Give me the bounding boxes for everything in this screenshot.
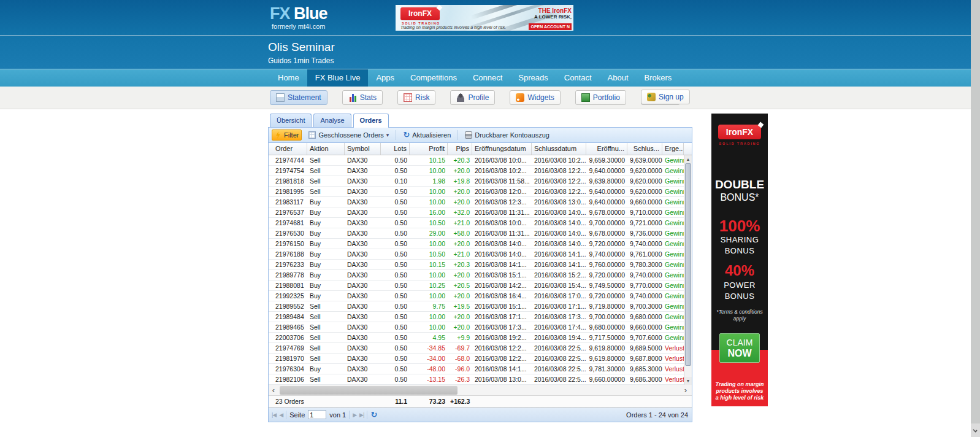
table-row[interactable]: 21981995SellDAX300.5010.00+20.02016/03/0… [269, 187, 684, 197]
cell-erge: Gewinn [662, 260, 684, 269]
scroll-up-icon[interactable]: ▲ [684, 155, 692, 163]
profile-button[interactable]: Profile [450, 90, 495, 105]
printable-statement-button[interactable]: Druckbarer Kontoauszug [462, 130, 553, 141]
cell-erge: Gewinn [662, 187, 684, 196]
cell-eröffnungsdatum: 2016/03/08 10:2... [472, 166, 532, 176]
cell-eröffnu: 9,781.30000 [586, 364, 627, 374]
column-header-order[interactable]: Order [269, 143, 307, 155]
last-page-button[interactable]: ▶| [359, 412, 364, 418]
orders-grid: OrderAktionSymbolLotsProfitPipsEröffnung… [268, 143, 692, 422]
table-row[interactable]: 22003706SellDAX300.504.95+9.92016/03/08 … [269, 333, 684, 343]
cell-aktion: Buy [307, 280, 345, 290]
first-page-button[interactable]: |◀ [272, 412, 276, 418]
main-nav-bar: HomeFX Blue LiveAppsCompetitionsConnectS… [0, 69, 971, 87]
tab-analyse[interactable]: Analyse [313, 114, 351, 127]
account-title: Olis Seminar [268, 36, 771, 54]
browser-scroll-down-button[interactable] [971, 423, 980, 437]
table-row[interactable]: 21982106SellDAX300.50-13.15-26.32016/03/… [269, 374, 684, 385]
refresh-button[interactable]: ↻ Aktualisieren [400, 130, 454, 141]
ironfx-logo: IronFX [400, 7, 440, 20]
column-header-eröffnu[interactable]: Eröffnu... [586, 143, 627, 155]
cell-schlussdatum: 2016/03/08 15:2... [532, 270, 586, 280]
cell-schlussdatum: 2016/03/08 14:0... [532, 239, 586, 249]
nav-item-fx-blue-live[interactable]: FX Blue Live [307, 69, 369, 87]
column-header-symbol[interactable]: Symbol [345, 143, 381, 155]
statement-tabs: ÜbersichtAnalyseOrders [268, 114, 692, 127]
column-header-schlussdatum[interactable]: Schlussdatum [532, 143, 586, 155]
table-row[interactable]: 21989778BuyDAX300.5010.00+20.02016/03/08… [269, 270, 684, 280]
table-row[interactable]: 21989552SellDAX300.509.75+19.52016/03/08… [269, 301, 684, 312]
nav-item-apps[interactable]: Apps [368, 69, 402, 87]
cell-schlus: 9,780.30000 [627, 260, 662, 269]
paging-refresh-icon[interactable]: ↻ [370, 411, 377, 419]
table-row[interactable]: 21983117BuyDAX300.5010.00+20.02016/03/08… [269, 197, 684, 207]
cell-profit: 10.00 [410, 166, 448, 176]
ironfx-banner-ad[interactable]: IronFX SOLID TRADING Trading on margin p… [396, 5, 573, 31]
column-header-profit[interactable]: Profit [410, 143, 448, 155]
prev-page-button[interactable]: ◀ [279, 412, 283, 418]
fx-blue-logo[interactable]: FX Blue formerly mt4i.com [270, 5, 327, 30]
sign-up-button[interactable]: Sign up [641, 90, 690, 104]
tab-übersicht[interactable]: Übersicht [270, 114, 312, 127]
column-header-erge[interactable]: Erge... [662, 143, 684, 155]
cell-schlussdatum: 2016/03/08 14:1... [532, 249, 586, 259]
table-row[interactable]: 21988081BuyDAX300.5010.25+20.52016/03/08… [269, 280, 684, 291]
table-row[interactable]: 21989465SellDAX300.5010.00+20.02016/03/0… [269, 322, 684, 333]
vertical-scroll-thumb[interactable] [685, 163, 691, 366]
table-row[interactable]: 21974754SellDAX300.5010.00+20.02016/03/0… [269, 166, 684, 176]
table-row[interactable]: 21981818SellDAX300.101.98+19.82016/03/08… [269, 176, 684, 187]
cell-symbol: DAX30 [345, 249, 381, 259]
statement-button[interactable]: Statement [270, 90, 327, 105]
nav-item-contact[interactable]: Contact [556, 69, 600, 87]
portfolio-button[interactable]: Portfolio [575, 90, 626, 105]
cell-order: 21976530 [269, 228, 307, 238]
grid-vertical-scrollbar[interactable]: ▲ ▼ [684, 155, 692, 385]
claim-now-button[interactable]: CLAIM NOW [719, 333, 760, 363]
table-row[interactable]: 21989484SellDAX300.5010.00+20.02016/03/0… [269, 312, 684, 322]
stats-button[interactable]: Stats [342, 90, 383, 105]
table-row[interactable]: 21976537BuyDAX300.5016.00+32.02016/03/08… [269, 207, 684, 218]
table-row[interactable]: 21974681BuyDAX300.5010.50+21.02016/03/08… [269, 218, 684, 228]
scroll-down-icon[interactable]: ▼ [684, 377, 692, 385]
column-header-pips[interactable]: Pips [448, 143, 472, 155]
nav-item-home[interactable]: Home [270, 69, 307, 87]
tab-orders[interactable]: Orders [353, 114, 389, 128]
table-row[interactable]: 21976530BuyDAX300.5029.00+58.02016/03/08… [269, 228, 684, 239]
cell-erge: Verlust [662, 364, 684, 374]
table-row[interactable]: 21974744SellDAX300.5010.15+20.32016/03/0… [269, 155, 684, 166]
filter-button[interactable]: Filter [272, 130, 302, 141]
ad-100-percent: 100% [711, 217, 768, 236]
column-header-lots[interactable]: Lots [381, 143, 410, 155]
nav-item-connect[interactable]: Connect [465, 69, 510, 87]
table-row[interactable]: 21981970SellDAX300.50-34.00-68.02016/03/… [269, 354, 684, 364]
scroll-right-icon[interactable]: › [681, 385, 691, 395]
ad-bonus-label2: BONUS [711, 292, 768, 301]
table-row[interactable]: 21976188BuyDAX300.5010.50+21.02016/03/08… [269, 249, 684, 260]
table-row[interactable]: 21976150BuyDAX300.5010.00+20.02016/03/08… [269, 239, 684, 249]
nav-item-spreads[interactable]: Spreads [510, 69, 556, 87]
page-number-input[interactable] [308, 410, 326, 419]
widgets-button[interactable]: Widgets [510, 90, 560, 105]
table-row[interactable]: 21976233BuyDAX300.5010.15+20.32016/03/08… [269, 260, 684, 270]
ironfx-sidebar-ad[interactable]: IronFX SOLID TRADING DOUBLE BONUS* 100% … [711, 114, 768, 406]
cell-eröffnungsdatum: 2016/03/08 13:0... [472, 374, 532, 384]
horizontal-scroll-thumb[interactable] [280, 386, 457, 395]
open-account-button[interactable]: OPEN ACCOUNT N [529, 23, 572, 30]
cell-order: 21976304 [269, 364, 307, 374]
column-header-aktion[interactable]: Aktion [307, 143, 345, 155]
grid-horizontal-scrollbar[interactable]: ‹ › [269, 385, 692, 396]
toolbar-separator [286, 411, 286, 419]
column-header-schlus[interactable]: Schlus... [627, 143, 662, 155]
closed-orders-dropdown[interactable]: Geschlossene Orders ▾ [305, 130, 392, 141]
table-row[interactable]: 21992325BuyDAX300.5010.00+20.02016/03/08… [269, 291, 684, 301]
nav-item-about[interactable]: About [600, 69, 637, 87]
nav-item-brokers[interactable]: Brokers [637, 69, 680, 87]
nav-item-competitions[interactable]: Competitions [402, 69, 465, 87]
table-row[interactable]: 21974769SellDAX300.50-34.85-69.72016/03/… [269, 343, 684, 354]
column-header-eröffnungsdatum[interactable]: Eröffnungsdatum [472, 143, 532, 155]
scroll-left-icon[interactable]: ‹ [269, 385, 278, 395]
table-row[interactable]: 21976304BuyDAX300.50-48.00-96.02016/03/0… [269, 364, 684, 374]
risk-button[interactable]: Risk [397, 90, 435, 105]
browser-scrollbar[interactable] [971, 0, 980, 437]
next-page-button[interactable]: ▶ [353, 412, 356, 418]
